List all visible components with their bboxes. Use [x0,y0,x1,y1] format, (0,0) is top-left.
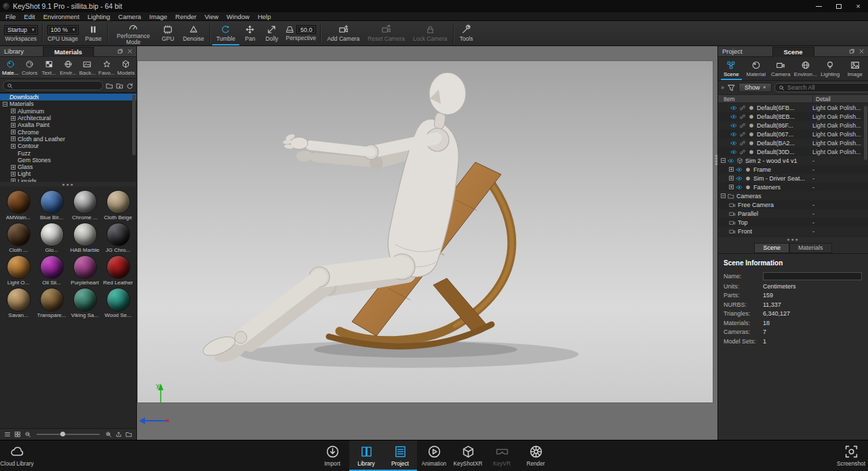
project-tab-image[interactable]: Image [843,59,868,80]
library-tree-item-materials[interactable]: −Materials [0,100,136,107]
library-tree-item-aluminum[interactable]: +Aluminum [0,108,136,115]
tree-expand-toggle[interactable]: + [11,165,16,170]
minimize-button[interactable] [809,0,829,12]
scene-tree-row-front[interactable]: Front- [718,227,868,236]
tree-expand-toggle[interactable]: + [729,185,734,189]
scene-tree-row-default-6fb[interactable]: Default(6FB...Light Oak Polish... [718,103,868,112]
gpu-button[interactable]: GPU [157,21,179,45]
workspace-select[interactable]: Startup ▾ [4,25,38,35]
tumble-button[interactable]: Tumble [212,21,239,45]
scene-tree-row-cameras[interactable]: −Cameras [718,191,868,200]
scene-tree-scrollbar[interactable] [864,106,867,160]
perspective-value-field[interactable]: 50.0 [296,25,317,34]
close-panel-icon[interactable] [127,48,133,54]
maximize-button[interactable] [829,0,848,12]
material-thumb-red-leather[interactable]: Red Leather [102,255,134,286]
menu-view[interactable]: View [201,12,222,20]
scene-tree-row-default-8eb[interactable]: Default(8EB...Light Oak Polish... [718,112,868,121]
scene-tree-row-default-067[interactable]: Default(067...Light Oak Polish... [718,130,868,138]
tree-expand-toggle[interactable]: + [729,176,734,181]
subtab-scene[interactable]: Scene [754,243,789,253]
folder-icon[interactable] [106,82,113,90]
denoise-button[interactable]: Denoise [179,21,208,45]
scene-tree-row-free-camera[interactable]: Free Camera- [718,200,868,209]
grid-view-icon[interactable] [14,431,21,438]
slider-knob[interactable] [60,432,65,436]
library-splitter-handle[interactable]: ●●● [0,182,136,187]
pause-button[interactable]: Pause [81,21,106,45]
add-folder-icon[interactable] [116,82,123,90]
project-tab-lighting[interactable]: Lighting [818,59,843,80]
library-tree-item-liquids[interactable]: +Liquids [0,178,136,182]
material-thumb-oil-sli[interactable]: Oil Sli... [35,255,68,286]
dock-project[interactable]: Project [383,440,417,471]
library-tree-item-architectural[interactable]: +Architectural [0,115,136,121]
library-tree-item-glass[interactable]: +Glass [0,164,136,170]
library-search-box[interactable] [3,81,103,90]
library-panel-tab[interactable]: Materials [43,47,94,57]
material-thumb-purpleheart[interactable]: Purpleheart [68,255,101,286]
library-tab-favo[interactable]: Favo... [97,58,116,77]
tree-expand-toggle[interactable]: + [11,116,16,121]
zoom-out-icon[interactable] [24,431,31,438]
library-tab-mate[interactable]: Mate... [1,58,20,77]
project-tab-material[interactable]: Material [744,59,769,80]
show-button[interactable]: Show ▾ [738,83,772,92]
tree-expand-toggle[interactable]: + [11,136,16,141]
dock-render[interactable]: Render [519,440,553,471]
library-tab-models[interactable]: Models [117,58,136,77]
tree-expand-toggle[interactable]: − [721,193,726,198]
float-panel-icon[interactable] [117,48,123,54]
menu-file[interactable]: File [1,12,20,20]
column-detail[interactable]: Detail [812,96,868,102]
cpu-usage-select[interactable]: 100 % ▾ [47,25,79,35]
tree-expand-toggle[interactable]: + [11,178,16,182]
tree-expand-toggle[interactable]: + [729,167,734,172]
tools-button[interactable]: Tools [456,21,477,45]
float-panel-icon[interactable] [849,48,855,54]
tree-expand-toggle[interactable]: + [11,172,16,176]
material-thumb-wood-se[interactable]: Wood Se... [102,287,134,319]
dock-cloud-library[interactable]: Cloud Library [0,440,34,471]
library-search-input[interactable] [16,82,99,89]
menu-edit[interactable]: Edit [20,12,39,20]
scene-name-input[interactable] [763,272,862,280]
add-camera-button[interactable]: Add Camera [323,21,363,45]
library-tree-item-fuzz[interactable]: Fuzz [0,149,136,156]
scene-tree-row-parallel[interactable]: Parallel- [718,209,868,218]
refresh-icon[interactable] [126,82,134,90]
project-tab-scene[interactable]: Scene [719,59,744,80]
library-tab-back[interactable]: Back... [78,58,97,77]
library-tab-text[interactable]: Text... [39,58,58,77]
menu-help[interactable]: Help [254,12,275,20]
library-tab-colors[interactable]: Colors [20,58,39,77]
project-tab-camera[interactable]: Camera [768,59,793,80]
library-tree-item-axalta-paint[interactable]: +Axalta Paint [0,121,136,128]
material-thumb-blue-bir[interactable]: Blue Bir... [35,189,68,221]
library-tree-item-light[interactable]: +Light [0,170,136,177]
scene-tree-row-fasteners[interactable]: +Fasteners- [718,183,868,191]
list-view-icon[interactable] [4,431,11,438]
zoom-in-icon[interactable] [105,431,112,438]
pan-button[interactable]: Pan [239,21,261,45]
tree-expand-toggle[interactable]: + [11,130,16,134]
scene-tree-row-default-30d[interactable]: Default(30D...Light Oak Polish... [718,147,868,156]
library-tab-envir[interactable]: Envir... [58,58,77,77]
realtime-viewport[interactable]: y [137,46,717,440]
menu-lighting[interactable]: Lighting [83,12,114,20]
library-tree-scrollbar[interactable] [132,94,136,155]
library-tree-item-chrome[interactable]: +Chrome [0,128,136,135]
scene-tree-row-sim-2-wood-v4-v1[interactable]: −Sim 2 - wood v4 v1- [718,156,868,165]
project-splitter-handle[interactable]: ●●● [718,237,868,242]
material-thumb-jg-chro[interactable]: JG Chro... [102,222,134,254]
material-thumb-viking-sa[interactable]: Viking Sa... [68,287,101,319]
material-thumb-cloth-beige[interactable]: Cloth Beige [102,189,134,221]
menu-camera[interactable]: Camera [114,12,145,20]
tree-expand-toggle[interactable]: + [11,109,16,113]
library-tree-item-cloth-and-leather[interactable]: +Cloth and Leather [0,136,136,143]
dock-animation[interactable]: Animation [417,440,451,471]
dock-library[interactable]: Library [349,440,383,471]
dolly-button[interactable]: Dolly [261,21,283,45]
tree-expand-toggle[interactable]: − [3,102,7,107]
scene-search-box[interactable] [774,83,868,92]
